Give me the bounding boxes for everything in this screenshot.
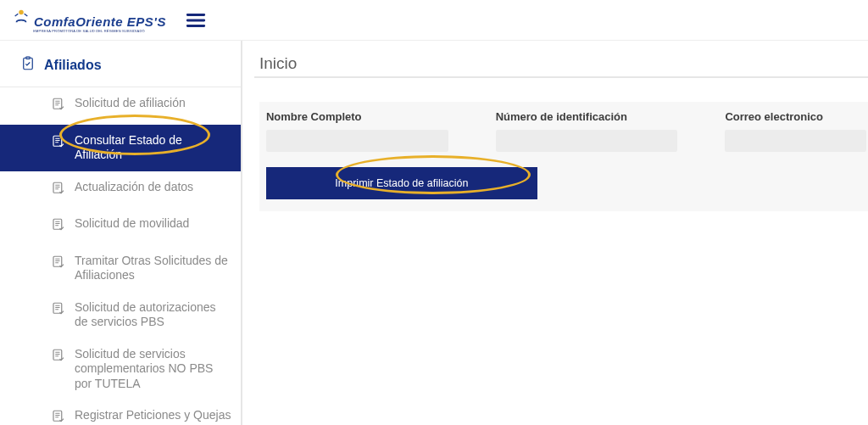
- svg-rect-4: [53, 136, 62, 146]
- svg-rect-5: [53, 182, 62, 193]
- clipboard-check-icon: [20, 56, 36, 75]
- sidebar-item-label: Actualización de datos: [75, 180, 232, 195]
- sidebar-section-afiliados[interactable]: Afiliados: [0, 49, 241, 87]
- document-check-icon: [51, 409, 66, 425]
- svg-rect-10: [53, 411, 62, 421]
- sidebar-item-label: Registrar Peticiones y Quejas - PQR: [75, 408, 232, 425]
- sidebar-item-label: Solicitud de afiliación: [75, 96, 232, 111]
- document-check-icon: [51, 181, 66, 200]
- sidebar-item-3[interactable]: Solicitud de movilidad: [0, 208, 241, 245]
- svg-rect-8: [53, 303, 62, 313]
- app-header: ComfaOriente EPS'S EMPRESA PROMOTORA DE …: [0, 0, 868, 41]
- document-check-icon: [51, 134, 66, 154]
- svg-point-0: [19, 10, 24, 15]
- sidebar-item-label: Tramitar Otras Solicitudes de Afiliacion…: [75, 254, 232, 283]
- sidebar-item-label: Solicitud de autorizaciones de servicios…: [75, 300, 232, 330]
- svg-rect-9: [53, 350, 62, 360]
- sidebar-item-1[interactable]: Consultar Estado de Afiliación: [0, 125, 241, 171]
- sidebar-item-0[interactable]: Solicitud de afiliación: [0, 87, 241, 125]
- sidebar-item-6[interactable]: Solicitud de servicios complementarios N…: [0, 338, 241, 400]
- brand-logo: ComfaOriente EPS'S EMPRESA PROMOTORA DE …: [12, 7, 166, 33]
- main-content: Inicio Nombre Completo Número de identif…: [242, 41, 868, 425]
- sidebar: Afiliados Solicitud de afiliación Consul…: [0, 41, 242, 425]
- sidebar-item-7[interactable]: Registrar Peticiones y Quejas - PQR: [0, 400, 241, 425]
- print-button[interactable]: Imprimir Estado de afiliación: [266, 167, 537, 199]
- sidebar-item-2[interactable]: Actualización de datos: [0, 171, 241, 209]
- svg-rect-3: [53, 98, 62, 109]
- sidebar-section-title: Afiliados: [44, 58, 102, 73]
- logo-person-icon: [12, 7, 31, 29]
- document-check-icon: [51, 301, 66, 321]
- hamburger-menu-icon[interactable]: [185, 9, 207, 31]
- sidebar-item-label: Solicitud de movilidad: [75, 216, 232, 232]
- divider: [254, 76, 868, 78]
- nombre-input[interactable]: [266, 130, 448, 152]
- svg-rect-7: [53, 256, 62, 266]
- document-check-icon: [51, 97, 66, 116]
- sidebar-item-4[interactable]: Tramitar Otras Solicitudes de Afiliacion…: [0, 245, 241, 292]
- sidebar-item-label: Solicitud de servicios complementarios N…: [75, 347, 232, 392]
- svg-rect-2: [26, 57, 31, 59]
- page-title: Inicio: [259, 54, 868, 73]
- sidebar-item-label: Consultar Estado de Afiliación: [75, 133, 232, 163]
- id-label: Número de identificación: [496, 110, 678, 123]
- document-check-icon: [51, 217, 66, 237]
- form-row: Nombre Completo Número de identificación…: [259, 102, 868, 160]
- action-row: Imprimir Estado de afiliación: [259, 160, 868, 211]
- id-input[interactable]: [496, 130, 678, 152]
- form-group-nombre: Nombre Completo: [266, 110, 448, 152]
- brand-tagline: EMPRESA PROMOTORA DE SALUD DEL RÉGIMEN S…: [33, 29, 145, 33]
- document-check-icon: [51, 254, 66, 274]
- correo-input[interactable]: [725, 130, 866, 152]
- sidebar-item-5[interactable]: Solicitud de autorizaciones de servicios…: [0, 292, 241, 338]
- sidebar-menu: Solicitud de afiliación Consultar Estado…: [0, 87, 241, 425]
- document-check-icon: [51, 348, 66, 367]
- correo-label: Correo electronico: [725, 110, 866, 123]
- form-group-id: Número de identificación: [496, 110, 678, 152]
- brand-name: ComfaOriente EPS'S: [34, 14, 166, 29]
- svg-rect-6: [53, 219, 62, 229]
- form-group-correo: Correo electronico: [725, 110, 866, 152]
- nombre-label: Nombre Completo: [266, 110, 448, 123]
